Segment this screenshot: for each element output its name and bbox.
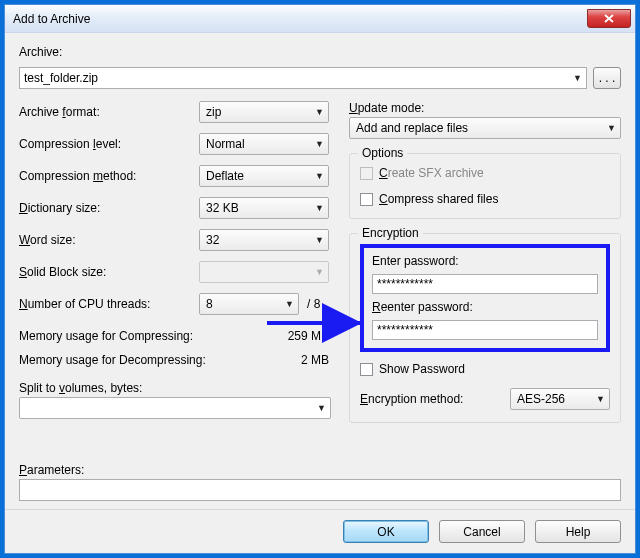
solid-block-size-label: Solid Block size: — [19, 265, 199, 279]
chevron-down-icon: ▼ — [607, 123, 616, 133]
mem-decompress-label: Memory usage for Decompressing: — [19, 353, 259, 367]
right-column: Update mode: Add and replace files▼ Opti… — [349, 101, 621, 455]
left-column: Archive format: zip▼ Compression level: … — [19, 101, 331, 455]
compression-level-label: Compression level: — [19, 137, 199, 151]
checkbox-icon — [360, 363, 373, 376]
dictionary-size-select[interactable]: 32 KB▼ — [199, 197, 329, 219]
split-volumes-select[interactable]: ▼ — [19, 397, 331, 419]
ok-button[interactable]: OK — [343, 520, 429, 543]
update-mode-label: Update mode: — [349, 101, 621, 115]
checkbox-icon — [360, 193, 373, 206]
chevron-down-icon: ▼ — [315, 139, 324, 149]
options-group-title: Options — [358, 146, 407, 160]
enter-password-label: Enter password: — [372, 254, 598, 268]
split-volumes-label: Split to volumes, bytes: — [19, 381, 331, 395]
mem-compress-label: Memory usage for Compressing: — [19, 329, 259, 343]
titlebar: Add to Archive — [5, 5, 635, 33]
reenter-password-input[interactable]: ************ — [372, 320, 598, 340]
checkbox-icon — [360, 167, 373, 180]
cpu-threads-select[interactable]: 8▼ — [199, 293, 299, 315]
close-button[interactable] — [587, 9, 631, 28]
parameters-input[interactable] — [19, 479, 621, 501]
chevron-down-icon: ▼ — [315, 267, 324, 277]
compression-method-select[interactable]: Deflate▼ — [199, 165, 329, 187]
dictionary-size-label: Dictionary size: — [19, 201, 199, 215]
parameters-label: Parameters: — [19, 463, 621, 477]
chevron-down-icon: ▼ — [315, 235, 324, 245]
close-icon — [604, 14, 614, 23]
options-group: Options Create SFX archive Compress shar… — [349, 153, 621, 219]
archive-path-input[interactable]: test_folder.zip ▼ — [19, 67, 587, 89]
solid-block-size-select: ▼ — [199, 261, 329, 283]
compress-shared-checkbox[interactable]: Compress shared files — [360, 190, 610, 208]
encryption-highlight: Enter password: ************ Reenter pas… — [360, 244, 610, 352]
cpu-total-label: / 8 — [307, 297, 320, 311]
archive-path-value: test_folder.zip — [24, 71, 98, 85]
update-mode-select[interactable]: Add and replace files▼ — [349, 117, 621, 139]
word-size-select[interactable]: 32▼ — [199, 229, 329, 251]
chevron-down-icon: ▼ — [573, 73, 582, 83]
chevron-down-icon: ▼ — [317, 403, 326, 413]
enter-password-input[interactable]: ************ — [372, 274, 598, 294]
cpu-threads-label: Number of CPU threads: — [19, 297, 199, 311]
encryption-method-select[interactable]: AES-256▼ — [510, 388, 610, 410]
chevron-down-icon: ▼ — [315, 203, 324, 213]
sfx-checkbox: Create SFX archive — [360, 164, 610, 182]
archive-label: Archive: — [19, 45, 621, 59]
chevron-down-icon: ▼ — [285, 299, 294, 309]
encryption-group: Encryption Enter password: ************ … — [349, 233, 621, 423]
encryption-method-label: Encryption method: — [360, 392, 504, 406]
chevron-down-icon: ▼ — [315, 171, 324, 181]
dialog-footer: OK Cancel Help — [5, 509, 635, 553]
archive-format-select[interactable]: zip▼ — [199, 101, 329, 123]
mem-compress-value: 259 MB — [259, 329, 329, 343]
mem-decompress-value: 2 MB — [259, 353, 329, 367]
dialog-window: Add to Archive Archive: test_folder.zip … — [4, 4, 636, 554]
chevron-down-icon: ▼ — [596, 394, 605, 404]
word-size-label: Word size: — [19, 233, 199, 247]
archive-format-label: Archive format: — [19, 105, 199, 119]
compression-level-select[interactable]: Normal▼ — [199, 133, 329, 155]
reenter-password-label: Reenter password: — [372, 300, 598, 314]
encryption-group-title: Encryption — [358, 226, 423, 240]
compression-method-label: Compression method: — [19, 169, 199, 183]
show-password-checkbox[interactable]: Show Password — [360, 360, 610, 378]
browse-button[interactable]: . . . — [593, 67, 621, 89]
chevron-down-icon: ▼ — [315, 107, 324, 117]
cancel-button[interactable]: Cancel — [439, 520, 525, 543]
help-button[interactable]: Help — [535, 520, 621, 543]
window-title: Add to Archive — [13, 12, 587, 26]
